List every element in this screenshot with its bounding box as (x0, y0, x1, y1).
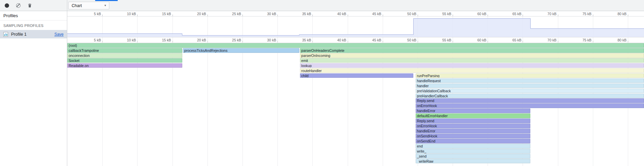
ruler-tick-label: 10 kB (112, 38, 136, 42)
flame-bar[interactable]: onconnection (67, 53, 182, 58)
profiles-sidebar: Profiles SAMPLING PROFILES Profile 1 Sav… (0, 11, 67, 166)
ruler-tick-mark (137, 14, 138, 16)
ruler-tick-label: 80 kB (602, 38, 627, 42)
sampling-profiles-heading: SAMPLING PROFILES (0, 24, 67, 28)
ruler-tick-mark (242, 14, 243, 16)
ruler-tick-mark (173, 14, 173, 16)
ruler-tick-mark (453, 14, 453, 16)
flame-bar[interactable]: (root) (67, 43, 644, 48)
ruler-tick-label: 50 kB (392, 38, 416, 42)
flame-bar[interactable]: Reply.send (416, 98, 644, 103)
memory-overview[interactable] (67, 17, 644, 37)
ruler-tick-label: 65 kB (497, 38, 521, 42)
ruler-tick-label: 60 kB (462, 12, 486, 16)
save-link[interactable]: Save (54, 32, 64, 37)
memory-overview-graph (67, 17, 644, 37)
ruler-tick-label: 70 kB (532, 38, 557, 42)
flame-bar[interactable]: Socket (67, 58, 182, 63)
flame-bar[interactable]: runPreParsing (416, 73, 644, 78)
ruler-tick-mark (628, 14, 628, 16)
ruler-tick-label: 15 kB (147, 12, 171, 16)
flame-bar[interactable]: Readable.on (67, 63, 182, 68)
ruler-tick-label: 35 kB (287, 38, 311, 42)
ruler-tick-mark (593, 41, 593, 42)
ruler-tick-label: 25 kB (217, 38, 241, 42)
flame-bar[interactable]: onErrorHook (416, 124, 531, 128)
ruler-tick-mark (558, 41, 558, 42)
clear-button[interactable] (13, 1, 23, 10)
ruler-tick-mark (558, 14, 558, 16)
ruler-tick-mark (312, 14, 313, 16)
ruler-tick-mark (418, 14, 418, 16)
flame-bar[interactable]: preHandlerCallback (416, 94, 644, 98)
flame-bar[interactable]: routeHandler (300, 68, 644, 73)
profile-item[interactable]: Profile 1 Save (0, 30, 67, 38)
active-tab-indicator (95, 0, 118, 1)
ruler-tick-label: 5 kB (77, 38, 101, 42)
ruler-tick-label: 55 kB (427, 12, 451, 16)
clear-icon (16, 3, 21, 8)
flame-frames: (root)callbackTrampolineprocessTicksAndR… (67, 43, 644, 166)
flame-bar[interactable]: preValidationCallback (416, 89, 644, 93)
trash-icon (28, 3, 32, 8)
flame-bar[interactable]: handleError (416, 129, 531, 133)
record-button[interactable] (2, 1, 12, 10)
ruler-tick-label: 60 kB (462, 38, 486, 42)
flame-bar[interactable]: handleError (416, 108, 531, 113)
flame-bar[interactable]: callbackTrampoline (67, 48, 182, 53)
flame-bar[interactable]: child (300, 73, 414, 78)
chevron-down-icon: ▼ (104, 4, 107, 7)
ruler-tick-mark (383, 14, 383, 16)
flame-bar[interactable]: parserOnIncoming (300, 53, 644, 58)
ruler-tick-label: 25 kB (217, 12, 241, 16)
ruler-tick-label: 40 kB (322, 12, 346, 16)
flame-bar[interactable]: defaultErrorHandler (416, 113, 531, 118)
ruler-tick-mark (207, 41, 208, 42)
toolbar-separator (67, 0, 67, 11)
flame-bar[interactable]: emit (300, 58, 644, 63)
ruler-tick-label: 15 kB (147, 38, 171, 42)
ruler-tick-label: 80 kB (602, 12, 627, 16)
flame-bar[interactable]: parserOnHeadersComplete (300, 48, 644, 53)
ruler-tick-label: 70 kB (532, 12, 557, 16)
ruler-tick-label: 30 kB (252, 12, 276, 16)
flame-bar[interactable]: handleRequest (416, 78, 644, 83)
ruler-tick-mark (277, 41, 278, 42)
ruler-tick-mark (628, 41, 628, 42)
ruler-tick-mark (418, 41, 418, 42)
ruler-tick-mark (277, 14, 278, 16)
ruler-tick-mark (523, 41, 523, 42)
ruler-tick-mark (102, 41, 103, 42)
flame-bar[interactable]: onErrorHook (416, 103, 644, 108)
flame-bar[interactable]: onSendHook (416, 134, 531, 138)
flame-bar[interactable]: processTicksAndRejections (183, 48, 299, 53)
flame-bar[interactable]: _writeRaw (416, 159, 531, 164)
flame-bar[interactable]: Reply.send (416, 119, 531, 123)
ruler-tick-label: 45 kB (357, 38, 381, 42)
flame-bar[interactable]: end (416, 144, 531, 148)
flame-bar[interactable]: write_ (416, 149, 531, 154)
ruler-tick-mark (242, 41, 243, 42)
flame-chart-pane: 5 kB10 kB15 kB20 kB25 kB30 kB35 kB40 kB4… (67, 11, 644, 166)
profiler-app: Chart ▼ Profiles SAMPLING PROFILES Profi… (0, 0, 644, 166)
ruler-tick-label: 20 kB (182, 38, 206, 42)
flame-bar[interactable]: onSendEnd (416, 139, 531, 143)
ruler-tick-label: 65 kB (497, 12, 521, 16)
flame-bar[interactable]: handler (416, 84, 644, 88)
ruler-tick-label: 55 kB (427, 38, 451, 42)
ruler-tick-mark (207, 14, 208, 16)
ruler-tick-mark (488, 14, 488, 16)
delete-profile-button[interactable] (25, 1, 35, 10)
chart-view-value: Chart (72, 3, 82, 8)
ruler-tick-mark (453, 41, 453, 42)
flame-bar[interactable]: _send (416, 154, 531, 159)
ruler-tick-mark (383, 41, 383, 42)
record-icon (5, 3, 9, 8)
ruler-tick-label: 10 kB (112, 12, 136, 16)
ruler-tick-mark (488, 41, 488, 42)
ruler-tick-mark (137, 41, 138, 42)
ruler-tick-label: 45 kB (357, 12, 381, 16)
ruler-tick-mark (348, 14, 348, 16)
chart-view-dropdown[interactable]: Chart ▼ (68, 2, 109, 9)
flame-bar[interactable]: lookup (300, 63, 644, 68)
